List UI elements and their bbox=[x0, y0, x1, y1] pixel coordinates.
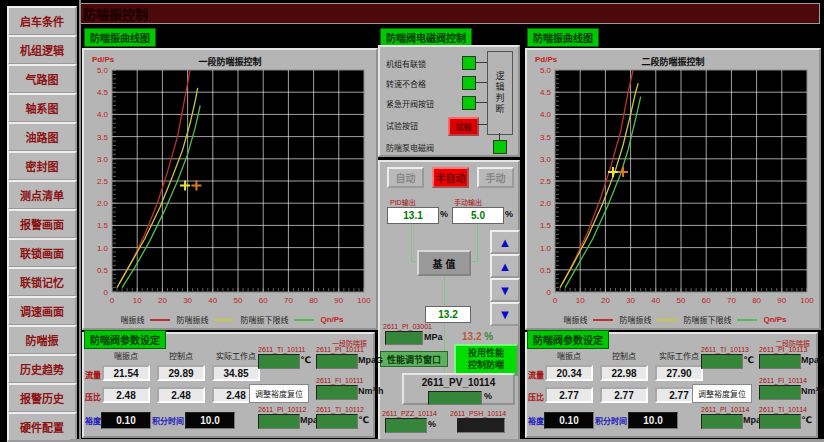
legend-dash-lower-icon bbox=[294, 319, 314, 321]
col-header-surge-point: 喘振点 bbox=[545, 350, 593, 361]
sidebar-item-label: 油路图 bbox=[26, 129, 59, 145]
decrement-button[interactable]: ▼ bbox=[490, 278, 520, 302]
svg-text:30: 30 bbox=[626, 296, 635, 305]
svg-text:2.0: 2.0 bbox=[97, 199, 109, 208]
sidebar-item-shaft-diagram[interactable]: 轴系图 bbox=[7, 93, 77, 123]
sidebar-item-interlock-screen[interactable]: 联锁画面 bbox=[7, 238, 77, 268]
arrow-up-icon: ▲ bbox=[499, 236, 512, 249]
curve-tag-left: 防喘振曲线图 bbox=[84, 28, 156, 47]
integral-time-label: 积分时间 bbox=[595, 415, 627, 426]
sidebar-item-label: 密封图 bbox=[26, 158, 59, 174]
col-header-working-point: 实际工作点 bbox=[655, 350, 703, 361]
increment-button[interactable]: ▲ bbox=[490, 254, 520, 278]
svg-text:10: 10 bbox=[576, 296, 585, 305]
legend-label-surge-line: 喘振线 bbox=[563, 314, 587, 325]
flow-control-point-value: 22.98 bbox=[600, 365, 648, 381]
svg-text:20: 20 bbox=[158, 296, 167, 305]
decrement-fast-button[interactable]: ▼ bbox=[490, 302, 520, 326]
sidebar-item-seal-diagram[interactable]: 密封图 bbox=[7, 151, 77, 181]
connector-line bbox=[476, 102, 487, 103]
manual-output-field[interactable]: 5.0 bbox=[452, 207, 504, 224]
increment-fast-button[interactable]: ▲ bbox=[490, 230, 520, 254]
tag-value bbox=[316, 354, 358, 369]
svg-text:5.0: 5.0 bbox=[540, 66, 552, 75]
manual-output-unit: % bbox=[505, 209, 513, 219]
integral-time-field[interactable]: 10.0 bbox=[185, 412, 235, 429]
legend-label-lower-limit-line: 防喘振下限线 bbox=[240, 314, 288, 325]
window-title-bar: 防喘振控制 bbox=[70, 3, 820, 24]
sidebar-item-alarm-history[interactable]: 报警历史 bbox=[7, 383, 77, 413]
manual-output-label: 手动输出 bbox=[454, 197, 482, 207]
sidebar-item-alarm-screen[interactable]: 报警画面 bbox=[7, 209, 77, 239]
svg-text:90: 90 bbox=[334, 296, 343, 305]
margin-field[interactable]: 0.10 bbox=[101, 412, 151, 429]
svg-text:0: 0 bbox=[553, 296, 558, 305]
left-chart-panel: 一段防喘振控制 Pd/Ps 01020304050607080901005.04… bbox=[82, 48, 378, 330]
row-label-flow: 流量 bbox=[85, 369, 101, 380]
svg-text:4.0: 4.0 bbox=[540, 110, 552, 119]
right-chart-panel: 二段防喘振控制 Pd/Ps 01020304050607080901005.04… bbox=[525, 48, 821, 330]
perf-button-line2: 控制防喘 bbox=[468, 360, 504, 372]
margin-field[interactable]: 0.10 bbox=[544, 412, 594, 429]
ratio-control-point-value: 2.77 bbox=[600, 387, 648, 403]
sidebar-item-label: 调速画面 bbox=[20, 303, 64, 319]
tag-name: 2611_TI_10114 bbox=[759, 406, 807, 413]
svg-text:1.0: 1.0 bbox=[97, 244, 109, 253]
svg-text:0: 0 bbox=[110, 296, 115, 305]
legend-label-lower-limit-line: 防喘振下限线 bbox=[683, 314, 731, 325]
enable-performance-control-button[interactable]: 投用性能 控制防喘 bbox=[454, 344, 518, 376]
chart-legend: 喘振线 防喘振线 防喘振下限线 Qn/Ps bbox=[531, 314, 819, 325]
sidebar-item-hardware-config[interactable]: 硬件配置 bbox=[7, 412, 77, 442]
legend-dash-surge-icon bbox=[150, 319, 170, 321]
sidebar-item-interlock-memory[interactable]: 联锁记忆 bbox=[7, 267, 77, 297]
sidebar-item-label: 气路图 bbox=[26, 71, 59, 87]
svg-text:10: 10 bbox=[133, 296, 142, 305]
sidebar-item-start-conditions[interactable]: 启车条件 bbox=[7, 6, 77, 36]
sidebar-item-unit-logic[interactable]: 机组逻辑 bbox=[7, 35, 77, 65]
x-axis-label: Qn/Ps bbox=[320, 315, 343, 324]
connector-line bbox=[411, 222, 412, 262]
flow-working-point-value: 27.90 bbox=[655, 365, 703, 381]
sidebar-item-gas-path-diagram[interactable]: 气路图 bbox=[7, 64, 77, 94]
emergency-open-indicator bbox=[462, 96, 476, 110]
interlock-status-label: 机组有联锁 bbox=[386, 58, 426, 69]
tag-unit: Nm³/h bbox=[801, 386, 824, 396]
anti-surge-chart-stage2: 01020304050607080901005.04.54.03.53.02.5… bbox=[529, 66, 821, 316]
svg-text:1.0: 1.0 bbox=[540, 244, 552, 253]
sidebar-item-speed-screen[interactable]: 调速画面 bbox=[7, 296, 77, 326]
tag-value bbox=[316, 414, 358, 429]
margin-reset-button[interactable]: 调整裕度复位 bbox=[249, 384, 309, 403]
sidebar-item-history-trend[interactable]: 历史趋势 bbox=[7, 354, 77, 384]
param-tag-left: 防喘阀参数设定 bbox=[84, 330, 166, 349]
pid-output-label: PID输出 bbox=[390, 197, 416, 207]
auto-mode-button[interactable]: 自动 bbox=[387, 167, 424, 188]
tag-name: 2611_FI_10111 bbox=[316, 377, 364, 384]
pi-tag-value bbox=[385, 331, 423, 345]
col-header-control-point: 控制点 bbox=[157, 350, 205, 361]
integral-time-field[interactable]: 10.0 bbox=[628, 412, 678, 429]
sidebar-item-label: 联锁画面 bbox=[20, 245, 64, 261]
sidebar-item-point-list[interactable]: 测点清单 bbox=[7, 180, 77, 210]
svg-text:1.5: 1.5 bbox=[97, 221, 109, 230]
flow-control-point-value: 29.89 bbox=[157, 365, 205, 381]
tag-value bbox=[759, 354, 801, 369]
margin-label: 裕度 bbox=[528, 415, 544, 426]
sidebar-item-anti-surge[interactable]: 防喘振 bbox=[7, 325, 77, 355]
row-label-flow: 流量 bbox=[528, 369, 544, 380]
margin-label: 裕度 bbox=[85, 415, 101, 426]
svg-text:30: 30 bbox=[183, 296, 192, 305]
test-button[interactable]: 试验 bbox=[448, 117, 479, 136]
margin-reset-button[interactable]: 调整裕度复位 bbox=[692, 384, 752, 403]
svg-text:60: 60 bbox=[259, 296, 268, 305]
svg-text:3.0: 3.0 bbox=[540, 155, 552, 164]
svg-text:4.5: 4.5 bbox=[540, 88, 552, 97]
svg-text:90: 90 bbox=[777, 296, 786, 305]
svg-text:2.0: 2.0 bbox=[540, 199, 552, 208]
legend-label-control-line: 防喘振线 bbox=[176, 314, 208, 325]
base-value-button[interactable]: 基 值 bbox=[417, 250, 471, 276]
flow-working-point-value: 34.85 bbox=[212, 365, 260, 381]
tag-name: 2611_FI_10114 bbox=[759, 377, 807, 384]
manual-mode-button[interactable]: 手动 bbox=[477, 167, 514, 188]
sidebar-item-oil-path-diagram[interactable]: 油路图 bbox=[7, 122, 77, 152]
semi-auto-mode-button[interactable]: 半自动 bbox=[432, 167, 469, 188]
